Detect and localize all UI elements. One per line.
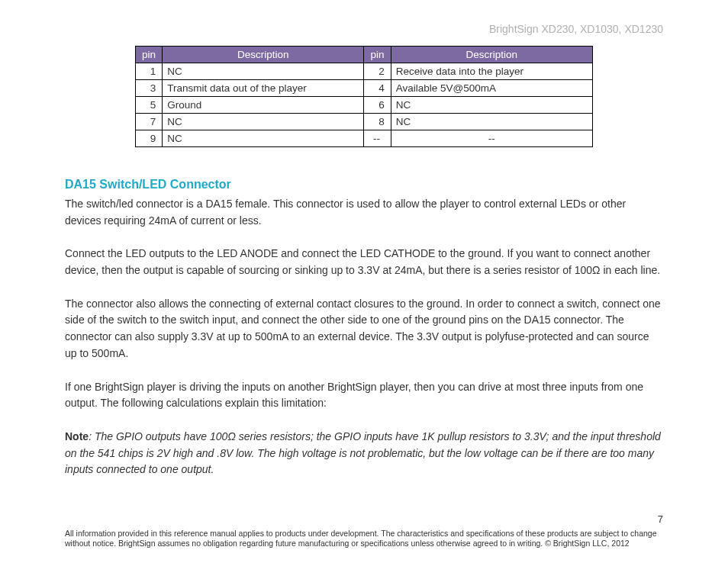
note-paragraph: Note: The GPIO outputs have 100Ω series … (65, 429, 663, 478)
cell-pin: 5 (136, 97, 163, 114)
cell-desc: Transmit data out of the player (163, 80, 364, 97)
note-text: : The GPIO outputs have 100Ω series resi… (65, 430, 661, 475)
cell-pin: 1 (136, 63, 163, 80)
col-desc-a: Description (163, 47, 364, 63)
cell-desc: -- (391, 130, 592, 147)
table-row: 7 NC 8 NC (136, 114, 593, 130)
note-label: Note (65, 430, 89, 442)
cell-desc: NC (163, 114, 364, 130)
cell-desc: NC (163, 130, 364, 147)
body-paragraph: The connector also allows the connecting… (65, 296, 663, 362)
cell-pin: -- (364, 130, 391, 147)
cell-desc: NC (391, 97, 592, 114)
body-paragraph: If one BrightSign player is driving the … (65, 379, 663, 412)
table-row: 9 NC -- -- (136, 130, 593, 147)
col-desc-b: Description (391, 47, 592, 63)
table-header-row: pin Description pin Description (136, 47, 593, 63)
body-paragraph: The switch/led connector is a DA15 femal… (65, 196, 663, 229)
cell-pin: 8 (364, 114, 391, 130)
cell-pin: 2 (364, 63, 391, 80)
table-row: 3 Transmit data out of the player 4 Avai… (136, 80, 593, 97)
cell-desc: Receive data into the player (391, 63, 592, 80)
col-pin-b: pin (364, 47, 391, 63)
cell-pin: 6 (364, 97, 391, 114)
cell-desc: NC (391, 114, 592, 130)
section-heading: DA15 Switch/LED Connector (65, 178, 663, 191)
pin-description-table: pin Description pin Description 1 NC 2 R… (135, 46, 593, 147)
body-paragraph: Connect the LED outputs to the LED ANODE… (65, 246, 663, 278)
cell-pin: 3 (136, 80, 163, 97)
page-number: 7 (658, 513, 663, 525)
cell-pin: 9 (136, 130, 163, 147)
table-row: 1 NC 2 Receive data into the player (136, 63, 593, 80)
footer-disclaimer: All information provided in this referen… (65, 529, 663, 549)
header-product-line: BrightSign XD230, XD1030, XD1230 (65, 23, 663, 35)
cell-desc: NC (163, 63, 364, 80)
table-row: 5 Ground 6 NC (136, 97, 593, 114)
col-pin-a: pin (136, 47, 163, 63)
cell-pin: 7 (136, 114, 163, 130)
cell-desc: Ground (163, 97, 364, 114)
cell-desc: Available 5V@500mA (391, 80, 592, 97)
cell-pin: 4 (364, 80, 391, 97)
